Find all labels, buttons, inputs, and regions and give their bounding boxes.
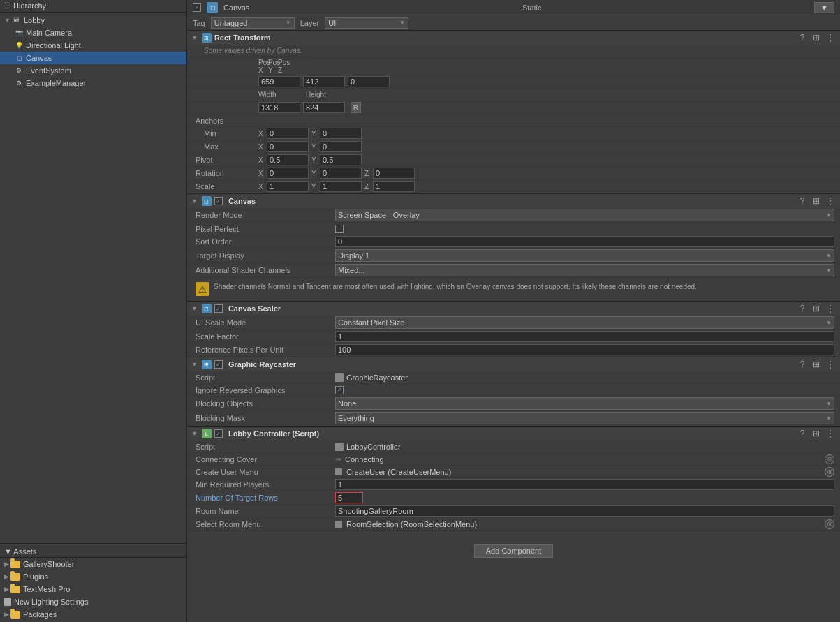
anchor-max-x-input[interactable]	[267, 141, 309, 152]
scale-factor-input[interactable]	[335, 331, 834, 342]
scaler-settings-icon[interactable]: ⊞	[811, 303, 822, 314]
render-mode-label: Render Mode	[196, 211, 335, 219]
canvas-help-icon[interactable]: ?	[797, 195, 808, 207]
height-input[interactable]	[303, 102, 345, 113]
hierarchy-item-directionallight[interactable]: 💡 Directional Light	[0, 39, 186, 52]
anchors-max-fields: X Y	[258, 141, 834, 152]
scaler-help-icon[interactable]: ?	[797, 303, 808, 314]
hierarchy-root[interactable]: ▼ 🏛 Lobby	[0, 14, 186, 27]
lobby-active-checkbox[interactable]	[214, 429, 223, 438]
anchor-btn-r[interactable]: R	[351, 102, 361, 113]
raycaster-script-row: Script GraphicRaycaster	[187, 371, 840, 384]
additional-shader-dropdown[interactable]: Mixed... ▼	[335, 264, 834, 276]
more-icon[interactable]: ⋮	[825, 32, 836, 43]
scale-x-axis: X	[258, 183, 265, 191]
pivot-x-input[interactable]	[267, 154, 309, 165]
project-item-plugins[interactable]: ▶ Plugins	[0, 570, 186, 583]
pos-x-input[interactable]	[258, 76, 300, 87]
rot-x-axis: X	[258, 170, 265, 177]
help-icon[interactable]: ?	[797, 32, 808, 43]
raycaster-more-icon[interactable]: ⋮	[825, 359, 836, 370]
ignore-reversed-checkbox[interactable]	[335, 386, 344, 394]
scaler-collapse-arrow[interactable]: ▼	[191, 305, 198, 312]
tag-dropdown-arrow: ▼	[286, 20, 291, 26]
warning-icon: ⚠	[196, 282, 209, 296]
sort-order-input[interactable]	[335, 236, 834, 247]
min-required-input[interactable]	[335, 479, 834, 490]
rot-y-input[interactable]	[320, 168, 362, 179]
project-item-packages[interactable]: ▶ Packages	[0, 608, 186, 621]
project-item-label: Plugins	[23, 572, 48, 581]
scale-factor-label: Scale Factor	[196, 332, 335, 341]
target-display-arrow: ▼	[826, 253, 832, 259]
active-checkbox[interactable]	[193, 3, 201, 12]
blocking-mask-dropdown[interactable]: Everything ▼	[335, 412, 834, 424]
connecting-cover-value: Connecting	[345, 455, 822, 464]
width-input[interactable]	[258, 102, 300, 113]
pos-y-input[interactable]	[303, 76, 345, 87]
lobby-help-icon[interactable]: ?	[797, 428, 808, 439]
ref-pixels-input[interactable]	[335, 344, 834, 355]
hierarchy-item-maincamera[interactable]: 📷 Main Camera	[0, 27, 186, 39]
rot-x-input[interactable]	[267, 168, 309, 179]
create-user-menu-select-btn[interactable]: ◎	[825, 467, 834, 477]
room-name-input[interactable]	[335, 505, 834, 517]
lobby-more-icon[interactable]: ⋮	[825, 428, 836, 439]
blocking-objects-row: Blocking Objects None ▼	[187, 397, 840, 411]
pos-z-input[interactable]	[348, 76, 390, 87]
canvas-hint: Some values driven by Canvas.	[196, 45, 311, 57]
blocking-objects-dropdown[interactable]: None ▼	[335, 397, 834, 410]
raycaster-help-icon[interactable]: ?	[797, 359, 808, 370]
rot-z-input[interactable]	[373, 168, 415, 179]
scale-row: Scale X Y Z	[187, 180, 840, 193]
min-required-label: Min Required Players	[196, 480, 335, 489]
select-room-icon	[335, 521, 342, 528]
layer-dropdown[interactable]: UI ▼	[325, 17, 408, 29]
connecting-cover-select-btn[interactable]: ◎	[825, 454, 834, 464]
lobby-settings-icon[interactable]: ⊞	[811, 428, 822, 439]
hierarchy-item-canvas[interactable]: ◻ Canvas	[0, 52, 186, 64]
static-dropdown[interactable]: ▼	[814, 2, 834, 13]
raycaster-collapse-arrow[interactable]: ▼	[191, 361, 198, 368]
add-component-button[interactable]: Add Component	[474, 544, 554, 558]
scaler-active-checkbox[interactable]	[214, 304, 223, 313]
select-room-menu-value: RoomSelection (RoomSelectionMenu)	[346, 520, 822, 528]
tag-dropdown[interactable]: Untagged ▼	[211, 17, 295, 29]
scale-z-input[interactable]	[373, 181, 415, 192]
select-room-select-btn[interactable]: ◎	[825, 519, 834, 529]
anchor-max-y-input[interactable]	[320, 141, 362, 152]
canvas-section-icons: ? ⊞ ⋮	[797, 195, 836, 207]
collapse-arrow[interactable]: ▼	[191, 34, 198, 41]
raycaster-script-name: GraphicRaycaster	[346, 373, 408, 382]
hierarchy-item-examplemanager[interactable]: ⚙ ExampleManager	[0, 77, 186, 89]
render-mode-dropdown[interactable]: Screen Space - Overlay ▼	[335, 209, 834, 221]
layer-dropdown-arrow: ▼	[399, 20, 405, 26]
anchor-min-x-input[interactable]	[267, 128, 309, 139]
wh-values-fields: R	[258, 102, 834, 113]
pixel-perfect-checkbox[interactable]	[335, 225, 344, 233]
static-label: Static	[522, 3, 542, 12]
hierarchy-item-eventsystem[interactable]: ⚙ EventSystem	[0, 64, 186, 77]
project-item-lightingsettings[interactable]: New Lighting Settings	[0, 595, 186, 608]
canvas-active-checkbox[interactable]	[214, 197, 223, 205]
ui-scale-dropdown[interactable]: Constant Pixel Size ▼	[335, 316, 834, 329]
canvas-settings-icon[interactable]: ⊞	[811, 195, 822, 207]
lobby-collapse-arrow[interactable]: ▼	[191, 430, 198, 437]
raycaster-settings-icon[interactable]: ⊞	[811, 359, 822, 370]
target-display-dropdown[interactable]: Display 1 ▼	[335, 249, 834, 262]
warning-row: ⚠ Shader channels Normal and Tangent are…	[187, 278, 840, 301]
canvas-more-icon[interactable]: ⋮	[825, 195, 836, 207]
project-item-galleryshooter[interactable]: ▶ GalleryShooter	[0, 558, 186, 570]
number-target-rows-input[interactable]	[335, 492, 363, 503]
render-mode-arrow: ▼	[826, 212, 832, 219]
pivot-y-input[interactable]	[320, 154, 362, 165]
scale-y-input[interactable]	[320, 181, 362, 192]
scale-x-input[interactable]	[267, 181, 309, 192]
raycaster-active-checkbox[interactable]	[214, 360, 223, 369]
rot-z-axis: Z	[364, 170, 371, 177]
canvas-collapse-arrow[interactable]: ▼	[191, 198, 198, 205]
scaler-more-icon[interactable]: ⋮	[825, 303, 836, 314]
project-item-textmeshpro[interactable]: ▶ TextMesh Pro	[0, 583, 186, 595]
settings-icon[interactable]: ⊞	[811, 32, 822, 43]
anchor-min-y-input[interactable]	[320, 128, 362, 139]
